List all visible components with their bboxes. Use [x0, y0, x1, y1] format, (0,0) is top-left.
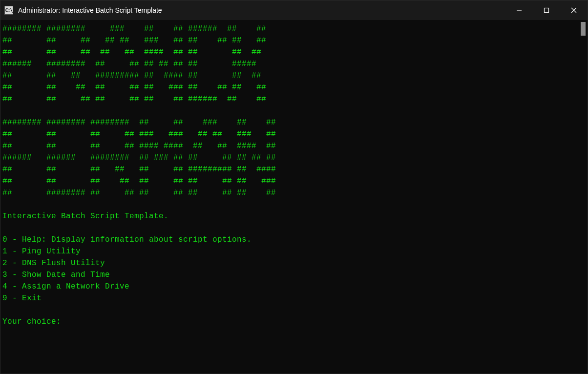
terminal-window: C:\ Administrator: Interactive Batch Scr… — [0, 0, 588, 374]
minimize-button[interactable] — [505, 0, 533, 20]
terminal-output: ######## ######## ### ## ## ###### ## ##… — [2, 23, 586, 328]
maximize-button[interactable] — [533, 0, 560, 20]
window-controls — [505, 0, 588, 20]
menu-option-1: 1 - Ping Utility — [2, 247, 81, 256]
maximize-icon — [544, 7, 549, 13]
ascii-banner: ######## ######## ### ## ## ###### ## ##… — [2, 24, 276, 197]
svg-rect-1 — [545, 8, 549, 13]
titlebar[interactable]: C:\ Administrator: Interactive Batch Scr… — [0, 0, 588, 20]
scrollbar-thumb[interactable] — [581, 22, 586, 36]
menu-option-2: 2 - DNS Flush Utility — [2, 259, 105, 268]
menu-option-3: 3 - Show Date and Time — [2, 270, 110, 279]
close-button[interactable] — [560, 0, 588, 20]
input-prompt: Your choice: — [2, 317, 61, 326]
menu-option-4: 4 - Assign a Network Drive — [2, 282, 129, 291]
script-heading: Interactive Batch Script Template. — [2, 212, 168, 221]
terminal-body[interactable]: ######## ######## ### ## ## ###### ## ##… — [0, 20, 588, 374]
menu-option-0: 0 - Help: Display information about scri… — [2, 235, 252, 244]
minimize-icon — [516, 7, 522, 13]
scrollbar-track[interactable] — [581, 22, 586, 372]
menu-option-9: 9 - Exit — [2, 294, 42, 303]
close-icon — [571, 7, 577, 13]
cmd-icon: C:\ — [4, 6, 13, 15]
window-title: Administrator: Interactive Batch Script … — [18, 6, 162, 14]
